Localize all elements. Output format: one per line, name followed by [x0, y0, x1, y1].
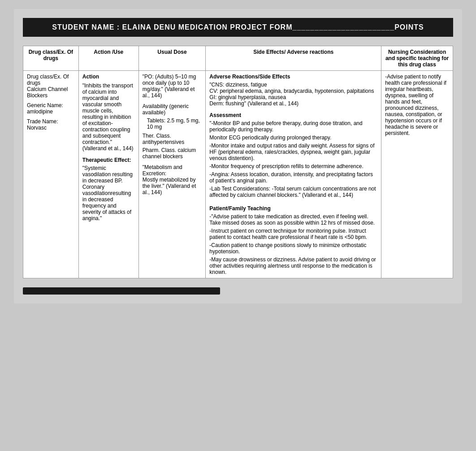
assessment-label: Assessment	[209, 112, 377, 118]
col-header-drug: Drug class/Ex. Of drugs	[23, 46, 79, 71]
assessment-item-4: -Angina: Assess location, duration, inte…	[209, 171, 377, 184]
derm-text: Derm: flushing" (Vallerand et al., 144)	[209, 100, 377, 107]
assessment-item-0: "-Monitor BP and pulse before therapy, d…	[209, 120, 377, 133]
teaching-item-2: -Caution patient to change positions slo…	[209, 242, 377, 255]
gi-text: GI: gingival hyperplasia, nausea	[209, 94, 377, 100]
footer-bar	[23, 287, 220, 295]
action-cell: Action "Inhibits the transport of calciu…	[78, 71, 138, 278]
assessment-item-2: -Monitor intake and output ratios and da…	[209, 143, 377, 161]
nursing-item-0: -Advise patient to notify health care pr…	[385, 74, 449, 136]
ther-class: Ther. Class. antihypertensives	[143, 133, 202, 145]
medication-table: Drug class/Ex. Of drugs Action /Use Usua…	[23, 46, 453, 278]
drug-class-label: Drug class/Ex. Of drugs	[27, 74, 75, 86]
table-header-row: Drug class/Ex. Of drugs Action /Use Usua…	[23, 46, 453, 71]
teaching-item-1: -Instruct patient on correct technique f…	[209, 228, 377, 240]
table-row: Drug class/Ex. Of drugs Calcium Channel …	[23, 71, 453, 278]
action-label: Action	[82, 74, 135, 80]
page-container: STUDENT NAME : ELAINA DENU MEDICATION PR…	[14, 9, 462, 304]
teaching-item-0: -"Advise patient to take medication as d…	[209, 213, 377, 226]
trade-name-value: Norvasc	[27, 125, 75, 131]
assessment-item-3: -Monitor frequency of prescription refil…	[209, 163, 377, 169]
col-header-nursing: Nursing Consideration and specific teach…	[381, 46, 453, 71]
side-effects-cell: Adverse Reactions/Side Effects "CNS: diz…	[206, 71, 381, 278]
teaching-label: Patient/Family Teaching	[209, 205, 377, 212]
tablets-text: Tablets: 2.5 mg, 5 mg, 10 mg	[143, 117, 202, 130]
adverse-label: Adverse Reactions/Side Effects	[209, 74, 377, 80]
pharm-class: Pharm. Class. calcium channel blockers	[143, 147, 202, 160]
header-bar: STUDENT NAME : ELAINA DENU MEDICATION PR…	[23, 18, 453, 37]
header-text: STUDENT NAME : ELAINA DENU MEDICATION PR…	[52, 23, 424, 31]
po-text: "PO: (Adults) 5–10 mg once daily (up to …	[143, 74, 202, 99]
drug-class-name: Calcium Channel Blockers	[27, 86, 75, 99]
assessment-item-1: Monitor ECG periodically during prolonge…	[209, 134, 377, 141]
cv-text: CV: peripheral edema, angina, bradycardi…	[209, 88, 377, 94]
teaching-item-3: -May cause drowsiness or dizziness. Advi…	[209, 256, 377, 275]
inhibits-text: "Inhibits the transport of calcium into …	[82, 82, 135, 152]
cns-text: "CNS: dizziness, fatigue	[209, 82, 377, 88]
col-header-side: Side Effects/ Adverse reactions	[206, 46, 381, 71]
nursing-cell: -Advise patient to notify health care pr…	[381, 71, 453, 278]
col-header-action: Action /Use	[78, 46, 138, 71]
generic-name-value: amlodipine	[27, 108, 75, 115]
trade-name-label: Trade Name:	[27, 118, 75, 125]
availability-label: Availability (generic available)	[143, 103, 202, 116]
therapeutic-label: Therapeutic Effect:	[82, 157, 135, 163]
metabolism-text: Mostly metabolized by the liver." (Valle…	[143, 177, 202, 195]
generic-name-label: Generic Name:	[27, 102, 75, 108]
assessment-item-5: -Lab Test Considerations: -Total serum c…	[209, 186, 377, 198]
therapeutic-text: "Systemic vasodilation resulting in decr…	[82, 165, 135, 221]
col-header-dose: Usual Dose	[138, 46, 206, 71]
metabolism-label: "Metabolism and Excretion:	[143, 164, 202, 177]
drug-class-cell: Drug class/Ex. Of drugs Calcium Channel …	[23, 71, 79, 278]
dose-cell: "PO: (Adults) 5–10 mg once daily (up to …	[138, 71, 206, 278]
